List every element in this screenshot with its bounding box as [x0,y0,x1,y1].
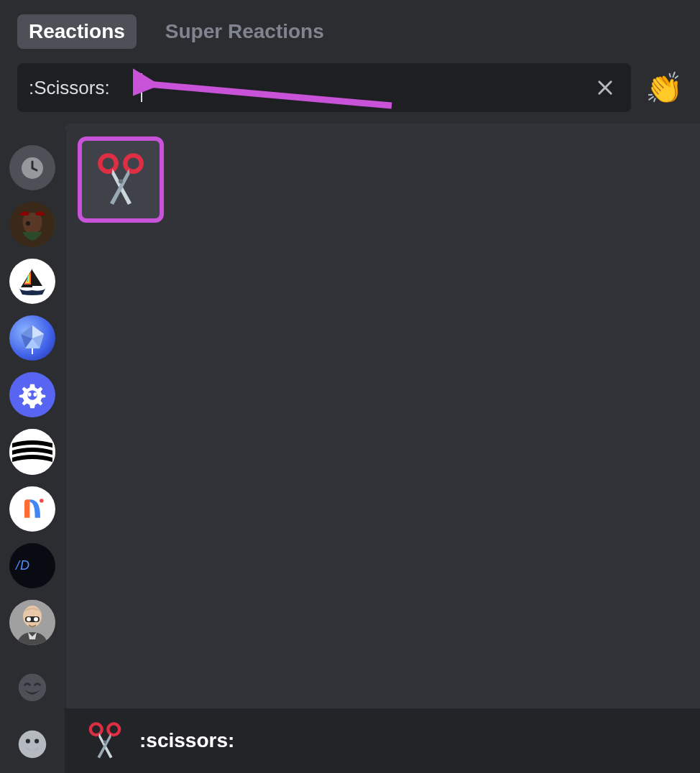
svg-point-24 [91,723,102,735]
tab-super-reactions[interactable]: Super Reactions [154,14,336,49]
n-logo-icon [17,493,48,524]
ad-logo-icon: /D [14,557,50,574]
svg-text:/D: /D [14,558,30,573]
scissors-icon [92,151,149,208]
emoji-picker-header: Reactions Super Reactions 👏 [0,0,700,124]
sidebar-item-server-4[interactable] [9,372,55,417]
svg-point-10 [40,499,44,503]
tab-reactions[interactable]: Reactions [17,14,137,49]
svg-point-15 [27,617,31,621]
sidebar-category-smileys[interactable] [9,722,55,767]
smile-face-icon [17,729,47,759]
sidebar-item-server-5[interactable] [9,429,55,474]
sidebar-item-server-7[interactable]: /D [9,543,55,588]
svg-point-4 [26,221,30,226]
sidebar-item-server-3[interactable] [9,315,55,361]
close-icon [595,78,615,98]
sidebar-item-recent[interactable] [9,145,55,190]
svg-point-26 [103,741,106,744]
sidebar-item-server-6[interactable] [9,486,55,532]
svg-point-21 [100,155,116,172]
person-avatar-icon [9,600,55,645]
gem-icon [15,321,50,356]
stripes-icon [9,429,55,474]
text-cursor [141,73,142,102]
svg-point-18 [19,731,47,759]
svg-point-7 [28,392,32,397]
avatar-icon [9,202,55,247]
search-box [17,63,631,112]
svg-point-8 [33,392,37,397]
emoji-picker-body: /D [0,124,700,767]
skin-tone-picker[interactable]: 👏 [645,70,683,106]
svg-point-19 [26,739,30,744]
svg-point-20 [34,739,39,744]
svg-point-22 [125,155,142,172]
sailboat-icon [15,264,50,299]
svg-point-16 [34,617,38,621]
sidebar-item-server-8[interactable] [9,600,55,645]
sidebar-divider [65,130,66,708]
gear-icon [16,379,49,412]
sidebar-item-server-2[interactable] [9,259,55,304]
emoji-category-sidebar: /D [0,124,65,767]
emoji-results-area [65,124,700,767]
emoji-result-scissors[interactable] [78,136,164,223]
svg-point-23 [119,179,123,183]
scissors-icon [85,721,125,761]
clock-icon [19,155,45,181]
svg-point-17 [19,674,47,702]
sidebar-category-people[interactable] [9,665,55,710]
emoji-preview-bar: :scissors: [65,708,700,773]
svg-point-25 [108,723,119,735]
emoji-preview-label: :scissors: [139,729,234,752]
search-row: 👏 [17,63,683,112]
emoji-search-input[interactable] [29,77,591,99]
reaction-tabs: Reactions Super Reactions [17,14,683,49]
sidebar-item-server-1[interactable] [9,202,55,247]
clear-search-button[interactable] [591,73,620,102]
laugh-face-icon [17,672,47,703]
